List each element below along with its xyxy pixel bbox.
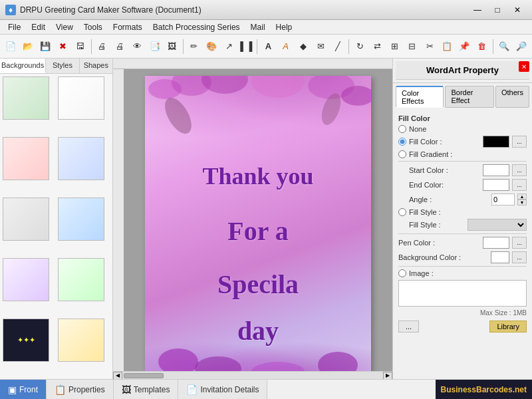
tb-save2[interactable]: 🖫	[72, 38, 88, 55]
library-button[interactable]: Library	[489, 321, 527, 332]
fill-color-swatch[interactable]	[483, 136, 509, 148]
properties-icon: 📋	[55, 384, 66, 395]
tb-wordart[interactable]: A	[278, 38, 294, 55]
tab-others[interactable]: Others	[495, 86, 529, 108]
fill-color-dots-btn[interactable]: ...	[512, 136, 527, 148]
thumb-5[interactable]	[3, 198, 49, 241]
tb-email[interactable]: ✉	[313, 38, 329, 55]
fill-color-section-label: Fill Color	[398, 114, 527, 122]
none-radio[interactable]	[398, 125, 406, 133]
pen-color-label: Pen Color :	[398, 239, 480, 247]
fill-color-label: Fill Color :	[409, 138, 480, 146]
tb-group[interactable]: ⊞	[387, 38, 403, 55]
menu-tools[interactable]: Tools	[78, 21, 108, 33]
pen-color-swatch[interactable]	[483, 237, 509, 249]
bg-color-swatch[interactable]	[491, 251, 509, 263]
tab-border-effect[interactable]: Border Effect	[445, 86, 494, 108]
thumb-7[interactable]	[3, 258, 49, 301]
hscroll-left[interactable]: ◀	[113, 372, 122, 380]
fill-color-radio[interactable]	[398, 138, 406, 146]
bg-color-dots-btn[interactable]: ...	[512, 251, 527, 263]
max-size-label: Max Size : 1MB	[398, 309, 527, 317]
thumb-2[interactable]	[58, 76, 104, 120]
image-path-input[interactable]	[398, 280, 527, 307]
hscroll-right[interactable]: ▶	[383, 372, 392, 380]
tb-pencil[interactable]: ✏	[186, 38, 202, 55]
tb-shape[interactable]: ◆	[295, 38, 311, 55]
tab-backgrounds[interactable]: Backgrounds	[0, 59, 46, 73]
angle-input[interactable]	[491, 194, 515, 205]
thumb-3[interactable]	[3, 137, 49, 180]
dots-btn-library[interactable]: ...	[398, 321, 419, 332]
tb-line[interactable]: ╱	[330, 38, 346, 55]
bottom-tab-properties[interactable]: 📋 Properties	[47, 380, 114, 399]
toolbar-sep-1	[91, 39, 92, 54]
tb-open[interactable]: 📂	[20, 38, 36, 55]
thumb-1[interactable]	[3, 76, 49, 120]
tb-text[interactable]: A	[260, 38, 276, 55]
bottom-tab-front[interactable]: ▣ Front	[0, 380, 47, 399]
thumb-10[interactable]	[58, 319, 104, 362]
tb-barcode[interactable]: ▌▐	[238, 38, 254, 55]
angle-up[interactable]: ▲	[517, 194, 527, 200]
canvas-container[interactable]: Thank you For a Specila day	[124, 69, 392, 371]
tb-rotate[interactable]: ↻	[352, 38, 368, 55]
menu-mail[interactable]: Mail	[245, 21, 271, 33]
tab-shapes[interactable]: Shapes	[80, 59, 112, 73]
wordart-close-button[interactable]: ✕	[519, 61, 529, 72]
tb-delete[interactable]: ✖	[55, 38, 71, 55]
tab-styles[interactable]: Styles	[46, 59, 79, 73]
angle-down[interactable]: ▼	[517, 200, 527, 205]
thumb-4[interactable]	[58, 137, 104, 180]
end-color-dots-btn[interactable]: ...	[512, 179, 527, 191]
hscroll-track[interactable]	[122, 372, 383, 379]
tb-color[interactable]: 🎨	[203, 38, 219, 55]
bottom-tab-invitation[interactable]: 📄 Invitation Details	[178, 380, 267, 399]
fill-style-select[interactable]	[467, 219, 527, 231]
tb-paste[interactable]: 📌	[456, 38, 472, 55]
thumb-8[interactable]	[58, 258, 104, 301]
tb-image[interactable]: 🖼	[164, 38, 180, 55]
menu-file[interactable]: File	[3, 21, 26, 33]
menu-formats[interactable]: Formats	[108, 21, 148, 33]
tb-ungroup[interactable]: ⊟	[404, 38, 420, 55]
image-radio[interactable]	[398, 269, 406, 277]
horizontal-scrollbar[interactable]: ◀ ▶	[113, 371, 392, 379]
menu-view[interactable]: View	[51, 21, 78, 33]
tb-save[interactable]: 💾	[37, 38, 53, 55]
pen-color-dots-btn[interactable]: ...	[512, 237, 527, 249]
tb-zoom-out[interactable]: 🔎	[513, 38, 529, 55]
tb-copy[interactable]: 📋	[439, 38, 455, 55]
tb-new[interactable]: 📄	[3, 38, 19, 55]
wordart-content: Fill Color None Fill Color : ... Fill Gr…	[393, 110, 532, 379]
maximize-button[interactable]: □	[488, 3, 507, 17]
tb-del[interactable]: 🗑	[474, 38, 490, 55]
wordart-tabs: Color Effects Border Effect Others	[393, 83, 532, 110]
thumb-9[interactable]: ✦✦✦	[3, 319, 49, 362]
tb-cut[interactable]: ✂	[422, 38, 438, 55]
hscroll-thumb[interactable]	[124, 373, 164, 378]
card-text-day: day	[237, 315, 279, 346]
minimize-button[interactable]: —	[468, 3, 487, 17]
thumb-6[interactable]	[58, 198, 104, 241]
bottom-tab-templates[interactable]: 🖼 Templates	[114, 380, 179, 399]
menu-batch[interactable]: Batch Processing Series	[148, 21, 245, 33]
menu-edit[interactable]: Edit	[26, 21, 51, 33]
close-button[interactable]: ✕	[508, 3, 527, 17]
tb-print[interactable]: 🖨	[94, 38, 110, 55]
tb-zoom-in[interactable]: 🔍	[496, 38, 512, 55]
tb-print2[interactable]: 🖨	[112, 38, 128, 55]
start-color-dots-btn[interactable]: ...	[512, 164, 527, 176]
tb-preview[interactable]: 👁	[129, 38, 145, 55]
fill-gradient-radio[interactable]	[398, 150, 406, 158]
tab-color-effects[interactable]: Color Effects	[396, 86, 444, 108]
tb-flip[interactable]: ⇄	[369, 38, 385, 55]
menu-help[interactable]: Help	[271, 21, 298, 33]
tb-arrow[interactable]: ↗	[221, 38, 237, 55]
tb-pdf[interactable]: 📑	[146, 38, 162, 55]
start-color-swatch[interactable]	[483, 164, 509, 176]
end-color-swatch[interactable]	[483, 179, 509, 191]
fill-style-radio[interactable]	[398, 208, 406, 216]
front-label: Front	[19, 385, 38, 394]
none-label: None	[409, 125, 527, 133]
